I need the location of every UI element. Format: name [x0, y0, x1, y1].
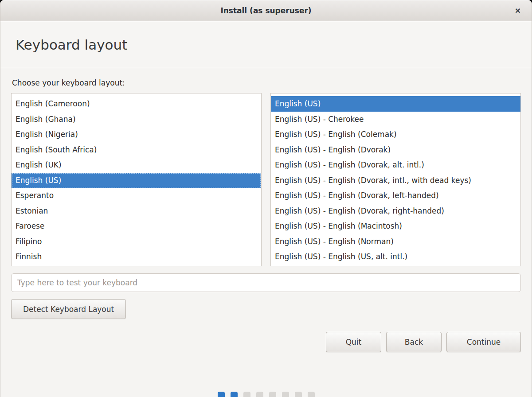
variant-list-item[interactable]: English (US) - English (Norman)	[271, 234, 520, 249]
variant-list-item[interactable]: English (US) - English (US, alt. intl.)	[271, 249, 520, 265]
keyboard-lists: English (Cameroon)English (Ghana)English…	[11, 93, 521, 266]
layout-list-item[interactable]: English (Cameroon)	[12, 96, 261, 112]
variant-list-item[interactable]: English (US) - English (Colemak)	[271, 127, 520, 142]
progress-dot	[218, 392, 225, 397]
progress-dot	[308, 392, 315, 397]
layout-list-item[interactable]: English (South Africa)	[12, 142, 261, 158]
content-area: Choose your keyboard layout: English (Ca…	[0, 78, 532, 352]
close-button[interactable]: ×	[511, 4, 524, 17]
layout-list-item[interactable]: Finnish	[12, 249, 261, 265]
window-title: Install (as superuser)	[220, 6, 311, 15]
variant-list-item[interactable]: English (US) - English (Macintosh)	[271, 218, 520, 234]
layout-list-item[interactable]: English (Nigeria)	[12, 127, 261, 142]
variant-list-item[interactable]: English (US)	[271, 96, 520, 112]
progress-dot	[282, 392, 289, 397]
layout-list[interactable]: English (Cameroon)English (Ghana)English…	[11, 93, 262, 266]
back-button[interactable]: Back	[386, 332, 442, 352]
variant-list-item[interactable]: English (US) - English (Dvorak, right-ha…	[271, 203, 520, 219]
progress-dot	[295, 392, 302, 397]
layout-list-item[interactable]: Esperanto	[12, 188, 261, 203]
continue-button[interactable]: Continue	[446, 332, 521, 352]
layout-list-item[interactable]: Estonian	[12, 203, 261, 219]
progress-dot	[231, 392, 238, 397]
variant-list-item[interactable]: English (US) - English (Dvorak, intl., w…	[271, 173, 520, 188]
variant-list[interactable]: English (US)English (US) - CherokeeEngli…	[270, 93, 521, 266]
keyboard-test-input[interactable]	[11, 273, 521, 292]
progress-dot	[256, 392, 263, 397]
footer-buttons: Quit Back Continue	[11, 332, 521, 352]
installer-window: Install (as superuser) × Keyboard layout…	[0, 0, 532, 397]
layout-list-item[interactable]: Filipino	[12, 234, 261, 249]
page-header: Keyboard layout	[0, 21, 532, 68]
variant-list-item[interactable]: English (US) - English (Dvorak)	[271, 142, 520, 158]
layout-list-item[interactable]: Faroese	[12, 218, 261, 234]
page-title: Keyboard layout	[16, 37, 127, 53]
variant-list-item[interactable]: English (US) - English (Dvorak, alt. int…	[271, 157, 520, 173]
variant-list-item[interactable]: English (US) - English (Dvorak, left-han…	[271, 188, 520, 203]
progress-dot	[269, 392, 276, 397]
layout-list-item[interactable]: English (UK)	[12, 157, 261, 173]
quit-button[interactable]: Quit	[326, 332, 381, 352]
layout-list-item[interactable]: English (Ghana)	[12, 112, 261, 127]
progress-dot	[243, 392, 250, 397]
detect-keyboard-button[interactable]: Detect Keyboard Layout	[11, 299, 126, 319]
choose-layout-label: Choose your keyboard layout:	[12, 78, 521, 87]
layout-list-item[interactable]: English (US)	[12, 173, 261, 188]
progress-step-indicator	[0, 392, 532, 397]
title-bar: Install (as superuser) ×	[0, 0, 532, 21]
close-icon: ×	[515, 5, 520, 16]
variant-list-item[interactable]: English (US) - Cherokee	[271, 112, 520, 127]
